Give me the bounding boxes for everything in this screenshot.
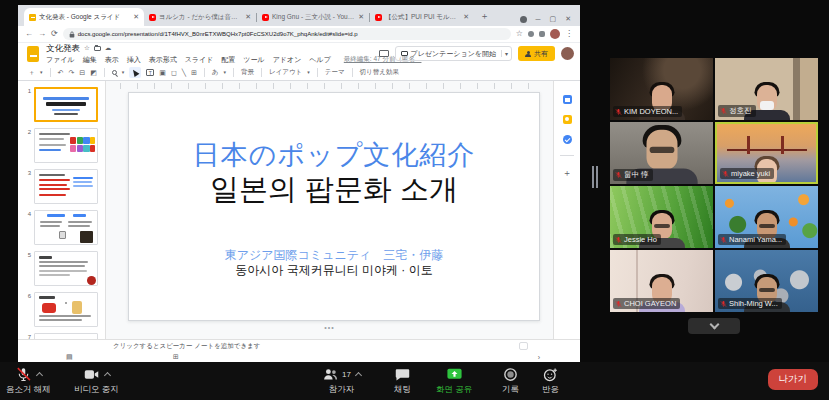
get-addons-icon[interactable]: ＋ xyxy=(563,167,572,180)
participant-video-jeong-hojin[interactable]: 정호진 xyxy=(715,58,818,120)
menu-help[interactable]: ヘルプ xyxy=(309,55,331,65)
slide-title-japanese[interactable]: 日本のポップ文化紹介 xyxy=(129,137,539,173)
browser-tab-youtube-3[interactable]: 【公式】PUI PUI モルカー 第1話… ✕ xyxy=(370,8,474,26)
menu-arrange[interactable]: 配置 xyxy=(221,55,235,65)
back-icon[interactable]: ← xyxy=(25,30,33,38)
new-slide-dropdown-icon[interactable]: ▾ xyxy=(40,70,43,75)
close-tab-icon[interactable]: ✕ xyxy=(245,13,251,21)
move-folder-icon[interactable] xyxy=(94,46,101,51)
close-tab-icon[interactable]: ✕ xyxy=(463,13,469,21)
unmute-button[interactable]: 음소거 해제 xyxy=(6,365,51,396)
participant-video-kim-doyeon[interactable]: KIM DOYEON... xyxy=(610,58,713,120)
text-tool-label[interactable]: あ xyxy=(212,68,219,77)
transition-button[interactable]: 切り替え効果 xyxy=(360,68,399,77)
new-tab-button[interactable]: ＋ xyxy=(480,10,489,23)
insert-table-icon[interactable]: ⊞ xyxy=(191,69,197,76)
slide-thumbnail-3[interactable]: 3 xyxy=(18,167,105,208)
maximize-button[interactable]: ▢ xyxy=(550,15,557,23)
browser-tab-youtube-1[interactable]: ヨルシカ - だから僕は音楽を辞めた… ✕ xyxy=(144,8,256,26)
menu-format[interactable]: 表示形式 xyxy=(149,55,177,65)
select-tool-active[interactable] xyxy=(129,67,141,78)
undo-icon[interactable]: ↶ xyxy=(58,69,64,76)
slide-thumbnail-1[interactable]: 1 xyxy=(18,85,105,126)
tasks-icon[interactable] xyxy=(563,135,572,144)
slide-subtitle-korean[interactable]: 동아시아 국제커뮤니티 미야케 · 이토 xyxy=(129,262,539,279)
start-presentation-button[interactable]: プレゼンテーションを開始 ▾ xyxy=(395,46,513,61)
extension-icon[interactable] xyxy=(539,31,545,37)
menu-insert[interactable]: 挿入 xyxy=(127,55,141,65)
participants-options-chevron[interactable] xyxy=(355,372,362,379)
close-window-button[interactable]: ✕ xyxy=(565,15,571,23)
print-icon[interactable]: ⊟ xyxy=(79,69,85,76)
menu-addons[interactable]: アドオン xyxy=(273,55,302,65)
paint-format-icon[interactable]: ◩ xyxy=(90,69,97,76)
slide-thumbnail-7[interactable]: 7 xyxy=(18,331,105,339)
audio-options-chevron[interactable] xyxy=(36,372,43,379)
address-bar[interactable]: docs.google.com/presentation/d/1T4fHVX_B… xyxy=(63,28,511,40)
participant-video-nanami[interactable]: Nanami Yama... xyxy=(715,186,818,248)
browser-tab-youtube-2[interactable]: King Gnu - 三文小説 - YouTube ✕ xyxy=(257,8,369,26)
layout-button[interactable]: レイアウト xyxy=(269,68,302,77)
notes-button-icon[interactable] xyxy=(519,342,528,350)
grid-view-icon[interactable]: ⊞ xyxy=(173,353,179,361)
present-dropdown-icon[interactable]: ▾ xyxy=(501,50,511,57)
share-screen-button[interactable]: 화면 공유 xyxy=(436,365,472,396)
menu-slide[interactable]: スライド xyxy=(185,55,214,65)
participant-video-miyake-yuki-active-speaker[interactable]: miyake yuki xyxy=(715,122,818,184)
current-slide[interactable]: 日本のポップ文化紹介 일본의 팝문화 소개 東アジア国際コミュニティ 三宅・伊藤… xyxy=(128,92,540,321)
browser-profile-avatar[interactable] xyxy=(550,29,560,39)
slide-thumbnail-4[interactable]: 4 xyxy=(18,208,105,249)
present-display-icon[interactable] xyxy=(379,50,389,57)
speaker-notes-bar[interactable]: クリックするとスピーカー ノートを追加できます xyxy=(18,339,580,352)
browser-tab-slides[interactable]: 文化発表 - Google スライド ✕ xyxy=(24,8,144,26)
video-options-chevron[interactable] xyxy=(104,372,111,379)
collapse-panel-icon[interactable]: › xyxy=(538,354,540,361)
record-button[interactable]: 기록 xyxy=(502,365,519,396)
reload-icon[interactable]: ⟳ xyxy=(51,30,58,38)
forward-icon[interactable]: → xyxy=(38,30,46,38)
chrome-menu-icon[interactable]: ⋮ xyxy=(565,30,573,38)
slide-title-korean[interactable]: 일본의 팝문화 소개 xyxy=(129,170,539,210)
layout-dropdown-icon[interactable]: ▾ xyxy=(307,70,310,75)
panel-resize-handle[interactable] xyxy=(592,166,598,188)
text-box-icon[interactable]: T xyxy=(146,69,154,76)
slide-thumbnail-5[interactable]: 5 xyxy=(18,249,105,290)
filmstrip-view-icon[interactable]: ▤ xyxy=(66,353,73,361)
participants-button[interactable]: 17 참가자 xyxy=(322,365,361,396)
stop-video-button[interactable]: 비디오 중지 xyxy=(74,365,119,396)
background-button[interactable]: 背景 xyxy=(241,68,254,77)
share-button[interactable]: 共有 xyxy=(518,46,555,61)
participant-video-jessie-ho[interactable]: Jessie Ho xyxy=(610,186,713,248)
insert-shape-icon[interactable]: ◻ xyxy=(171,69,177,76)
star-icon[interactable]: ☆ xyxy=(84,45,90,52)
menu-edit[interactable]: 編集 xyxy=(83,55,97,65)
collapse-gallery-button[interactable] xyxy=(688,318,740,334)
doc-title[interactable]: 文化発表 xyxy=(46,43,80,55)
theme-button[interactable]: テーマ xyxy=(325,68,345,77)
new-slide-button[interactable]: ＋ xyxy=(28,69,35,76)
zoom-tool-icon[interactable] xyxy=(112,70,117,75)
insert-image-icon[interactable]: ▣ xyxy=(159,69,166,76)
menu-tools[interactable]: ツール xyxy=(243,55,264,65)
chrome-profile-icon[interactable] xyxy=(520,16,527,23)
leave-meeting-button[interactable]: 나가기 xyxy=(768,369,819,390)
calendar-icon[interactable] xyxy=(563,95,572,104)
close-tab-icon[interactable]: ✕ xyxy=(133,13,139,21)
slides-app-icon[interactable] xyxy=(27,46,39,62)
bookmark-star-icon[interactable]: ☆ xyxy=(516,30,523,38)
insert-line-icon[interactable]: ╲ xyxy=(182,69,186,76)
reactions-button[interactable]: 반응 xyxy=(542,365,559,396)
menu-file[interactable]: ファイル xyxy=(46,55,75,65)
menu-view[interactable]: 表示 xyxy=(105,55,119,65)
extension-icon[interactable] xyxy=(528,31,534,37)
chat-button[interactable]: 채팅 xyxy=(394,365,411,396)
zoom-dropdown-icon[interactable]: ▾ xyxy=(122,70,125,75)
minimize-button[interactable]: ─ xyxy=(536,16,541,23)
redo-icon[interactable]: ↷ xyxy=(68,69,74,76)
slide-thumbnail-2[interactable]: 2 xyxy=(18,126,105,167)
text-dropdown-icon[interactable]: ▾ xyxy=(223,70,226,75)
notes-drag-handle[interactable]: ••• xyxy=(324,324,334,331)
keep-icon[interactable] xyxy=(563,115,572,124)
account-avatar[interactable] xyxy=(561,47,574,60)
participant-video-choi-gayeon[interactable]: CHOI GAYEON xyxy=(610,250,713,312)
